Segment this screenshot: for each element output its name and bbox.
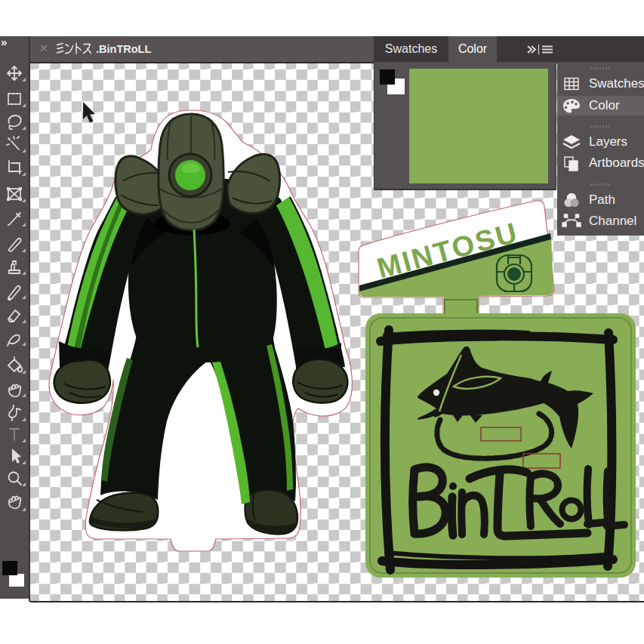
svg-text:.BinTRoLL: .BinTRoLL	[96, 43, 151, 55]
